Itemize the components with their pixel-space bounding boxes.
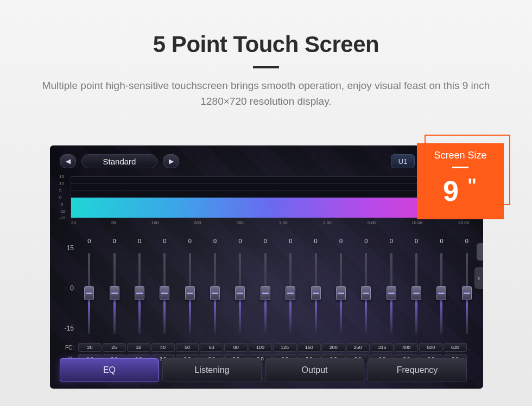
band-slider[interactable]: [110, 248, 119, 340]
user-preset-u1[interactable]: U1: [391, 154, 415, 168]
slider-knob[interactable]: [462, 286, 472, 300]
band-slider[interactable]: [135, 248, 144, 340]
eq-band: 0: [303, 238, 327, 341]
fc-chip[interactable]: 400: [395, 343, 418, 352]
spectrum-y-tick: 10: [59, 181, 64, 186]
eq-band: 0: [354, 238, 378, 341]
eq-sliders: 0000000000000000: [77, 238, 479, 341]
slider-knob[interactable]: [135, 286, 144, 300]
fc-chip[interactable]: 80: [224, 343, 248, 352]
screen-size-callout: Screen Size 9": [417, 135, 511, 219]
band-value: 0: [465, 238, 468, 245]
fc-chip[interactable]: 100: [249, 343, 272, 352]
fc-chip[interactable]: 160: [297, 343, 321, 352]
band-slider[interactable]: [84, 248, 94, 340]
spectrum-y-tick: -5: [59, 202, 63, 207]
band-slider[interactable]: [261, 248, 270, 340]
spectrum-x-tick: 20: [71, 220, 76, 225]
spectrum-y-tick: -10: [59, 209, 66, 214]
eq-band: 0: [329, 238, 353, 341]
fc-chip[interactable]: 630: [444, 343, 467, 352]
slider-knob[interactable]: [235, 286, 245, 300]
band-slider[interactable]: [210, 248, 220, 340]
band-value: 0: [213, 238, 217, 245]
preset-name[interactable]: Standard: [81, 154, 157, 168]
slider-knob[interactable]: [361, 286, 371, 300]
eq-y-mid: 0: [70, 284, 74, 292]
slider-knob[interactable]: [84, 286, 94, 300]
slider-knob[interactable]: [110, 286, 119, 300]
tab-eq[interactable]: EQ: [60, 358, 159, 382]
band-slider[interactable]: [311, 248, 321, 340]
band-slider[interactable]: [361, 248, 371, 340]
band-slider[interactable]: [336, 248, 346, 340]
spectrum-x-tick: 5.0K: [368, 220, 376, 225]
fc-chip[interactable]: 50: [176, 343, 199, 352]
preset-next-button[interactable]: ▶: [163, 154, 179, 168]
fc-chip[interactable]: 25: [103, 343, 126, 352]
band-slider[interactable]: [286, 248, 295, 340]
band-value: 0: [314, 238, 318, 245]
eq-band: 0: [254, 238, 277, 341]
slider-knob[interactable]: [336, 286, 346, 300]
band-slider[interactable]: [411, 248, 421, 340]
slider-knob[interactable]: [185, 286, 195, 300]
band-value: 0: [188, 238, 192, 245]
slider-knob[interactable]: [387, 286, 396, 300]
slider-knob[interactable]: [411, 286, 421, 300]
callout-value: 9": [421, 175, 499, 207]
eq-band: 0: [128, 238, 151, 341]
spectrum-fill: [71, 198, 470, 218]
fc-chip[interactable]: 500: [419, 343, 442, 352]
chevron-right-icon: ›: [478, 274, 480, 282]
spectrum-y-tick: 5: [59, 188, 61, 193]
scroll-right-button[interactable]: ›: [474, 267, 483, 289]
slider-knob[interactable]: [160, 286, 169, 300]
slider-knob[interactable]: [261, 286, 270, 300]
tab-frequency[interactable]: Frequency: [368, 358, 467, 382]
page-title: 5 Point Touch Screen: [0, 31, 532, 58]
band-slider[interactable]: [436, 248, 446, 340]
fc-chip[interactable]: 125: [273, 343, 296, 352]
band-value: 0: [339, 238, 343, 245]
band-slider[interactable]: [387, 248, 396, 340]
fc-chip[interactable]: 40: [151, 343, 175, 352]
title-underline: [253, 66, 279, 68]
band-value: 0: [163, 238, 166, 245]
fc-chip[interactable]: 250: [346, 343, 370, 352]
spectrum-x-tick: 100: [151, 220, 159, 225]
spectrum-x-tick: 500: [236, 220, 243, 225]
preset-prev-button[interactable]: ◀: [60, 154, 76, 168]
tab-output[interactable]: Output: [265, 358, 364, 382]
bottom-tabs: EQListeningOutputFrequency: [60, 358, 467, 382]
band-slider[interactable]: [185, 248, 195, 340]
eq-y-top: 15: [67, 244, 74, 252]
callout-box: Screen Size 9": [417, 143, 504, 219]
callout-label: Screen Size: [421, 150, 499, 161]
band-value: 0: [238, 238, 242, 245]
slider-knob[interactable]: [210, 286, 220, 300]
eq-band: 0: [203, 238, 227, 341]
slider-knob[interactable]: [311, 286, 321, 300]
fc-chip[interactable]: 63: [200, 343, 223, 352]
tab-listening[interactable]: Listening: [162, 358, 262, 382]
slider-knob[interactable]: [286, 286, 295, 300]
band-slider[interactable]: [235, 248, 245, 340]
eq-band: 0: [429, 238, 453, 341]
band-slider[interactable]: [160, 248, 169, 340]
eq-band: 0: [102, 238, 126, 341]
spectrum-y-tick: 15: [59, 174, 64, 179]
fc-row: FC: 202532405063801001251602002503154005…: [60, 343, 467, 353]
spectrum-x-tick: 200: [194, 220, 201, 225]
eq-band: 0: [77, 238, 101, 341]
fc-chip[interactable]: 200: [322, 343, 345, 352]
eq-band: 0: [178, 238, 202, 341]
band-value: 0: [440, 238, 443, 245]
fc-chip[interactable]: 32: [127, 343, 150, 352]
band-slider[interactable]: [462, 248, 472, 340]
side-handle[interactable]: [477, 243, 483, 261]
fc-chip[interactable]: 315: [371, 343, 394, 352]
fc-chip[interactable]: 20: [78, 343, 102, 352]
slider-knob[interactable]: [436, 286, 446, 300]
band-value: 0: [138, 238, 141, 245]
